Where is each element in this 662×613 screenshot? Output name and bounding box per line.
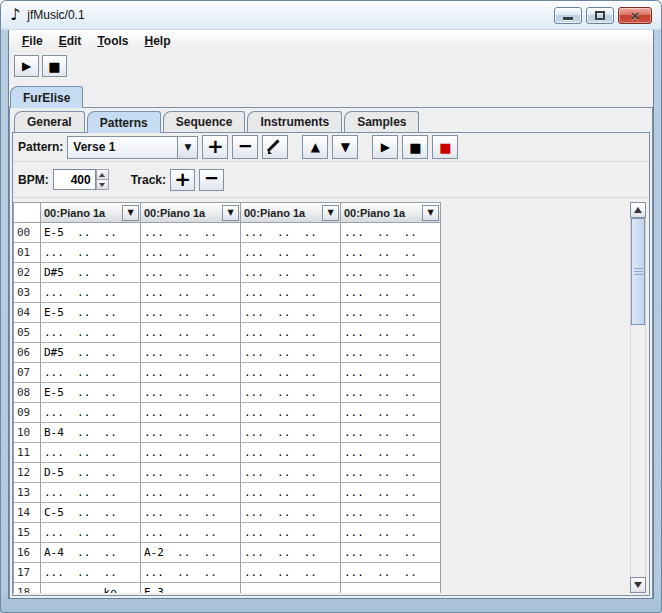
pattern-cell[interactable]: C-5 .. .. <box>41 503 141 523</box>
pattern-stop-button[interactable]: ■ <box>402 135 428 159</box>
pattern-cell[interactable]: ... .. .. <box>341 343 441 363</box>
tab-general[interactable]: General <box>14 111 85 132</box>
pattern-cell[interactable]: ... .. .. <box>141 403 241 423</box>
pattern-cell[interactable]: ... .. .. <box>241 503 341 523</box>
track-remove-button[interactable]: − <box>199 169 224 191</box>
bpm-decrement-button[interactable] <box>96 180 109 190</box>
tab-instruments[interactable]: Instruments <box>247 111 342 132</box>
pattern-cell[interactable]: ... .. .. <box>341 443 441 463</box>
toolbar-play-button[interactable]: ▶ <box>14 55 39 77</box>
titlebar[interactable]: ♪ jfMusic/0.1 × <box>0 0 662 30</box>
pattern-cell[interactable]: ... .. .. <box>241 323 341 343</box>
pattern-cell[interactable]: ... .. .. <box>41 443 141 463</box>
pattern-cell[interactable]: ... .. .. <box>341 263 441 283</box>
minimize-button[interactable] <box>554 7 582 24</box>
pattern-cell[interactable]: ... .. .. <box>141 363 241 383</box>
pattern-cell[interactable]: D#5 .. .. <box>41 263 141 283</box>
menu-tools[interactable]: Tools <box>89 32 136 50</box>
pattern-cell[interactable]: ... .. .. <box>241 283 341 303</box>
pattern-cell[interactable]: ... .. .. <box>241 443 341 463</box>
pattern-cell[interactable]: ... .. .. <box>141 443 241 463</box>
scroll-up-button[interactable] <box>630 202 646 218</box>
pattern-cell[interactable]: ... .. .. <box>41 323 141 343</box>
pattern-cell[interactable]: ... .. .. <box>241 403 341 423</box>
pattern-cell[interactable]: ... .. .. <box>241 583 341 593</box>
pattern-cell[interactable]: ... .. .. <box>241 363 341 383</box>
pattern-cell[interactable]: ... .. .. <box>341 403 441 423</box>
tab-patterns[interactable]: Patterns <box>87 111 161 133</box>
pattern-cell[interactable]: D#5 .. .. <box>41 343 141 363</box>
pattern-play-button[interactable]: ▶ <box>372 135 398 159</box>
pattern-cell[interactable]: ... .. .. <box>141 243 241 263</box>
pattern-cell[interactable]: ... .. .. <box>341 243 441 263</box>
pattern-cell[interactable]: ... .. .. <box>241 463 341 483</box>
pattern-select[interactable]: Verse 1 ▼ <box>67 136 198 159</box>
pattern-cell[interactable]: ... .. .. <box>341 303 441 323</box>
pattern-cell[interactable]: ... .. .. <box>341 503 441 523</box>
pattern-cell[interactable]: ... .. .. <box>241 543 341 563</box>
pattern-cell[interactable]: ... .. .. <box>341 363 441 383</box>
pattern-cell[interactable]: ... .. .. <box>341 583 441 593</box>
pattern-record-button[interactable]: ■ <box>432 135 458 159</box>
pattern-cell[interactable]: ... .. .. <box>341 283 441 303</box>
pattern-cell[interactable]: ... .. .. <box>41 243 141 263</box>
pattern-cell[interactable]: A-4 .. .. <box>41 543 141 563</box>
pattern-cell[interactable]: ... .. .. <box>341 383 441 403</box>
pattern-cell[interactable]: ... .. .. <box>141 563 241 583</box>
pattern-cell[interactable]: B-4 .. .. <box>41 423 141 443</box>
pattern-move-up-button[interactable]: ▲ <box>302 135 328 159</box>
pattern-cell[interactable]: ... .. .. <box>141 263 241 283</box>
vertical-scrollbar[interactable] <box>630 202 646 593</box>
menu-help[interactable]: Help <box>137 32 179 50</box>
pattern-cell[interactable]: ... .. .. <box>41 403 141 423</box>
pattern-cell[interactable]: ... .. .. <box>241 483 341 503</box>
pattern-cell[interactable]: E-5 .. .. <box>41 383 141 403</box>
pattern-cell[interactable]: E-3 .. .. <box>141 583 241 593</box>
pattern-cell[interactable]: ... .. .. <box>241 343 341 363</box>
track-dropdown-button[interactable]: ▼ <box>222 205 239 221</box>
maximize-button[interactable] <box>586 7 614 24</box>
pattern-cell[interactable]: ... .. .. <box>141 323 241 343</box>
pattern-cell[interactable]: ... .. .. <box>141 283 241 303</box>
pattern-cell[interactable]: ... .. .. <box>341 323 441 343</box>
pattern-cell[interactable]: ... .. .. <box>41 283 141 303</box>
pattern-cell[interactable]: E-5 .. .. <box>41 303 141 323</box>
pattern-cell[interactable]: ... .. .. <box>141 383 241 403</box>
pattern-cell[interactable]: ... .. .. <box>241 563 341 583</box>
pattern-cell[interactable]: ... .. .. <box>141 523 241 543</box>
scrollbar-thumb[interactable] <box>631 218 645 325</box>
pattern-cell[interactable]: ... .. .. <box>241 523 341 543</box>
pattern-cell[interactable]: ... .. .. <box>341 523 441 543</box>
pattern-cell[interactable]: ... .. .. <box>41 523 141 543</box>
pattern-cell[interactable]: ... .. .. <box>241 423 341 443</box>
pattern-cell[interactable]: ... .. .. <box>241 383 341 403</box>
pattern-cell[interactable]: ... .. .. <box>341 223 441 243</box>
track-dropdown-button[interactable]: ▼ <box>122 205 139 221</box>
pattern-cell[interactable]: ... .. .. <box>241 303 341 323</box>
pattern-cell[interactable]: ... .. .. <box>141 463 241 483</box>
chevron-down-icon[interactable]: ▼ <box>177 137 197 158</box>
pattern-cell[interactable]: ... .. .. <box>141 423 241 443</box>
pattern-cell[interactable]: ... .. .. <box>341 543 441 563</box>
bpm-increment-button[interactable] <box>96 169 109 180</box>
pattern-move-down-button[interactable]: ▼ <box>332 135 358 159</box>
scroll-down-button[interactable] <box>630 577 646 593</box>
pattern-cell[interactable]: ... .. .. <box>41 483 141 503</box>
track-add-button[interactable]: + <box>170 169 195 191</box>
tab-samples[interactable]: Samples <box>344 111 419 132</box>
pattern-cell[interactable]: ... .. .. <box>341 483 441 503</box>
tab-sequence[interactable]: Sequence <box>163 111 246 132</box>
pattern-cell[interactable]: ... .. .. <box>141 303 241 323</box>
pattern-cell[interactable]: D-5 .. .. <box>41 463 141 483</box>
pattern-edit-button[interactable] <box>262 135 288 159</box>
pattern-cell[interactable]: ... .. .. <box>241 243 341 263</box>
toolbar-stop-button[interactable]: ■ <box>42 55 67 77</box>
pattern-cell[interactable]: ... .. .. <box>341 463 441 483</box>
pattern-cell[interactable]: ... .. .. <box>41 363 141 383</box>
pattern-cell[interactable]: E-5 .. .. <box>41 223 141 243</box>
pattern-add-button[interactable]: + <box>202 135 228 159</box>
pattern-cell[interactable]: A-2 .. .. <box>141 543 241 563</box>
close-button[interactable]: × <box>618 7 652 24</box>
pattern-cell[interactable]: ... .. .. <box>241 223 341 243</box>
pattern-cell[interactable]: ... .. .. <box>141 343 241 363</box>
